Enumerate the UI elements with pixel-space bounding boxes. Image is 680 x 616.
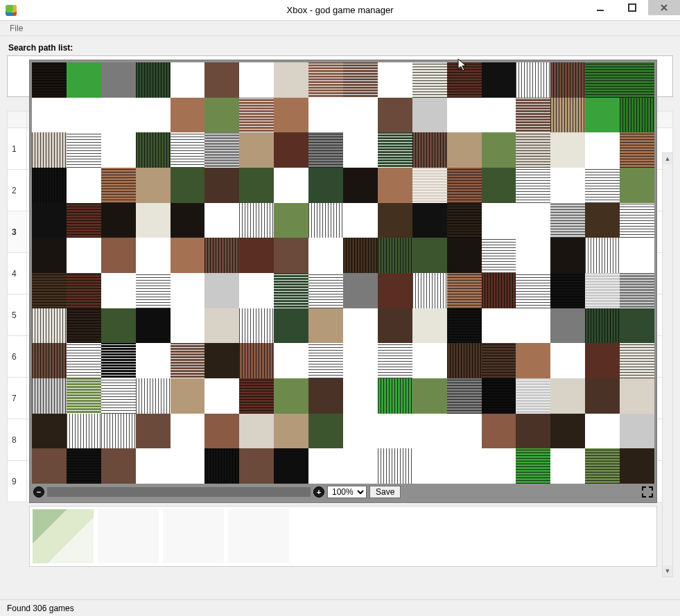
viewer-toolbar: − + 100% Save <box>32 484 654 500</box>
zoom-select[interactable]: 100% <box>327 486 367 498</box>
close-button[interactable] <box>648 0 680 15</box>
menu-bar: File <box>0 21 680 36</box>
row-number: 3 <box>8 211 27 253</box>
row-header-corner <box>8 112 27 128</box>
title-bar: Xbox - god game manager <box>0 0 680 21</box>
svg-rect-0 <box>597 10 604 11</box>
thumbnail[interactable] <box>98 509 159 563</box>
image-viewer: − + 100% Save <box>29 60 657 503</box>
minimize-button[interactable] <box>584 0 616 15</box>
status-text: Found 306 games <box>7 604 74 613</box>
svg-rect-1 <box>629 4 636 11</box>
status-bar: Found 306 games <box>0 599 680 616</box>
row-number: 2 <box>8 170 27 211</box>
maximize-button[interactable] <box>616 0 648 15</box>
thumbnail[interactable] <box>163 509 224 563</box>
zoom-out-button[interactable]: − <box>33 486 44 498</box>
fullscreen-icon[interactable] <box>642 486 653 498</box>
mosaic-image <box>32 62 654 484</box>
scroll-down-icon[interactable]: ▼ <box>663 565 672 577</box>
zoom-in-button[interactable]: + <box>313 486 324 498</box>
search-path-label: Search path list: <box>8 43 673 53</box>
app-icon <box>6 5 17 16</box>
row-number: 9 <box>8 461 27 502</box>
thumbnail[interactable] <box>228 509 289 563</box>
thumbnail-strip[interactable] <box>29 506 657 567</box>
row-number: 7 <box>8 378 27 419</box>
image-canvas[interactable] <box>32 62 654 484</box>
row-number: 4 <box>8 253 27 294</box>
menu-file[interactable]: File <box>4 22 28 35</box>
vertical-scrollbar[interactable]: ▲ ▼ <box>662 152 673 577</box>
window-controls <box>584 0 680 15</box>
row-number: 1 <box>8 128 27 170</box>
scroll-up-icon[interactable]: ▲ <box>663 153 672 164</box>
thumbnail[interactable] <box>33 509 94 563</box>
zoom-slider[interactable] <box>47 487 311 497</box>
row-number: 5 <box>8 294 27 336</box>
save-button[interactable]: Save <box>369 486 401 498</box>
row-number: 8 <box>8 419 27 461</box>
window-title: Xbox - god game manager <box>0 5 680 15</box>
row-number: 6 <box>8 336 27 378</box>
